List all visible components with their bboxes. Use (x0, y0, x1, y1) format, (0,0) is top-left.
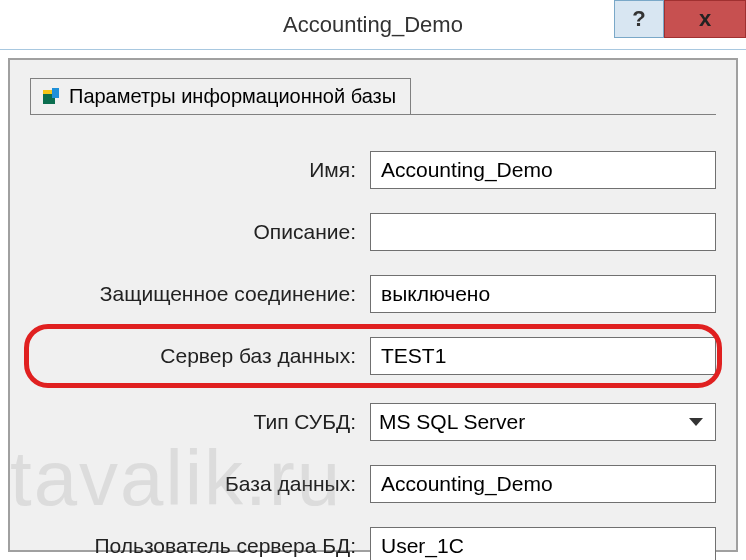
tab-infobase-params[interactable]: Параметры информационной базы (30, 78, 411, 114)
label-name: Имя: (30, 158, 370, 182)
label-dbms-type: Тип СУБД: (30, 410, 370, 434)
tab-label: Параметры информационной базы (69, 85, 396, 108)
label-db-server: Сервер баз данных: (30, 344, 370, 368)
row-secure: Защищенное соединение: (30, 268, 716, 320)
label-description: Описание: (30, 220, 370, 244)
chevron-down-icon (689, 418, 703, 426)
titlebar: Accounting_Demo ? x (0, 0, 746, 50)
select-dbms-type[interactable]: MS SQL Server (370, 403, 716, 441)
svg-rect-2 (52, 88, 59, 98)
input-database[interactable] (370, 465, 716, 503)
tab-container: Параметры информационной базы (30, 78, 716, 114)
input-description[interactable] (370, 213, 716, 251)
row-db-server: Сервер баз данных: (30, 330, 716, 382)
input-db-user[interactable] (370, 527, 716, 560)
tab-border (30, 114, 716, 115)
client-area: Параметры информационной базы Имя: Описа… (8, 58, 738, 552)
label-db-user: Пользователь сервера БД: (30, 534, 370, 558)
input-secure[interactable] (370, 275, 716, 313)
label-database: База данных: (30, 472, 370, 496)
window-title: Accounting_Demo (283, 12, 463, 38)
window-controls: ? x (614, 0, 746, 38)
select-dbms-type-value: MS SQL Server (379, 410, 525, 434)
close-button[interactable]: x (664, 0, 746, 38)
row-dbms-type: Тип СУБД: MS SQL Server (30, 396, 716, 448)
row-description: Описание: (30, 206, 716, 258)
input-name[interactable] (370, 151, 716, 189)
input-db-server[interactable] (370, 337, 716, 375)
row-name: Имя: (30, 144, 716, 196)
infobase-icon (41, 87, 61, 107)
label-secure: Защищенное соединение: (30, 282, 370, 306)
help-button[interactable]: ? (614, 0, 664, 38)
row-database: База данных: (30, 458, 716, 510)
row-db-user: Пользователь сервера БД: (30, 520, 716, 560)
form-area: Имя: Описание: Защищенное соединение: Се… (10, 114, 736, 560)
